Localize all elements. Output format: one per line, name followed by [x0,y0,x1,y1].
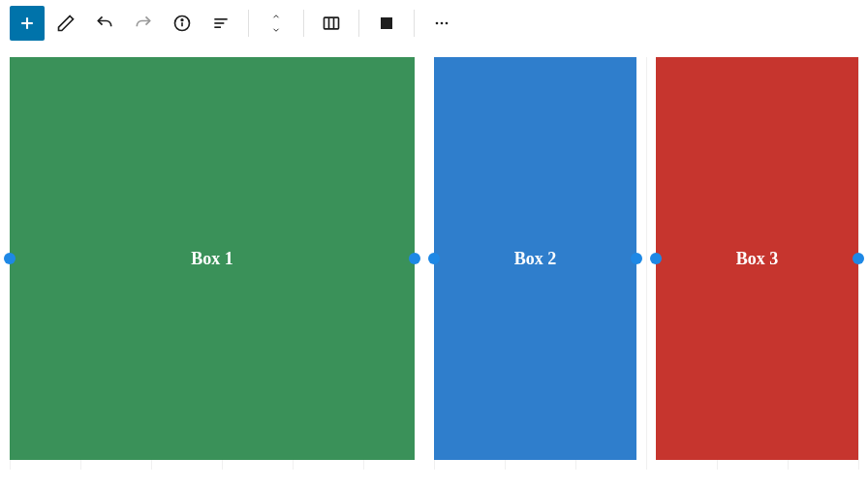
resize-handle[interactable] [852,253,864,264]
outline-button[interactable] [203,6,238,41]
svg-rect-8 [325,17,339,29]
svg-point-13 [441,22,444,25]
chevron-up-icon [269,12,283,21]
column-label: Box 2 [514,249,557,269]
chevron-down-icon [269,25,283,35]
column-1[interactable]: Box 1 [10,57,415,460]
toolbar-separator [414,10,415,37]
toolbar [0,0,868,47]
square-icon [378,15,395,32]
resize-handle[interactable] [428,253,440,264]
resize-handle[interactable] [4,253,16,264]
edit-button[interactable] [48,6,83,41]
svg-point-14 [446,22,449,25]
column-label: Box 1 [191,249,233,269]
toolbar-separator [303,10,304,37]
move-up-button[interactable] [269,10,283,23]
redo-icon [134,14,153,33]
resize-handle[interactable] [650,253,662,264]
info-button[interactable] [165,6,200,41]
columns-icon [322,14,341,33]
move-group [259,6,294,41]
resize-handle[interactable] [409,253,420,264]
undo-icon [95,14,114,33]
info-icon [172,14,192,33]
undo-button[interactable] [87,6,122,41]
redo-button[interactable] [126,6,161,41]
more-options-button[interactable] [424,6,459,41]
svg-point-4 [181,19,183,21]
move-down-button[interactable] [269,23,283,37]
svg-rect-11 [381,17,392,29]
toolbar-separator [358,10,359,37]
column-label: Box 3 [736,249,779,269]
editor-canvas: Box 1 Box 2 Box 3 [0,57,868,470]
resize-handle[interactable] [631,253,642,264]
toolbar-separator [248,10,249,37]
pencil-icon [56,14,76,33]
column-3[interactable]: Box 3 [656,57,858,460]
columns-button[interactable] [314,6,349,41]
add-block-button[interactable] [10,6,45,41]
outline-icon [211,14,231,33]
column-2[interactable]: Box 2 [434,57,636,460]
columns-block[interactable]: Box 1 Box 2 Box 3 [10,57,858,460]
ellipsis-icon [432,14,451,33]
color-button[interactable] [369,6,404,41]
plus-icon [17,14,37,33]
svg-point-12 [436,22,439,25]
